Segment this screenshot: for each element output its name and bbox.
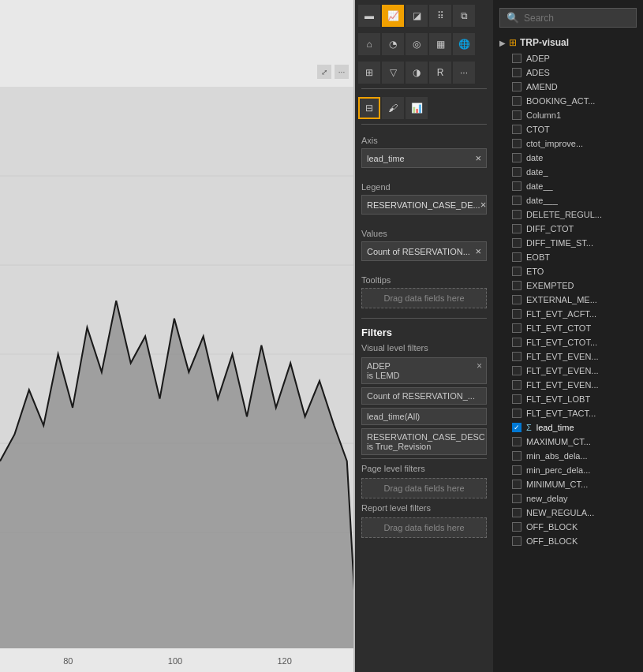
field-checkbox[interactable]	[512, 267, 522, 276]
scatter-icon[interactable]: ⠿	[429, 5, 451, 27]
field-checkbox[interactable]	[512, 437, 522, 446]
values-field-box[interactable]: Count of RESERVATION... ×	[361, 241, 487, 261]
field-checkbox[interactable]	[512, 451, 522, 461]
field-checkbox[interactable]	[512, 494, 522, 503]
field-checkbox[interactable]	[512, 522, 522, 532]
field-item[interactable]: date__	[493, 179, 643, 193]
field-checkbox[interactable]	[512, 196, 522, 205]
fields-group-header[interactable]: ▶ ⊞ TRP-visual	[493, 34, 643, 51]
field-item[interactable]: AMEND	[493, 80, 643, 94]
field-item[interactable]: FLT_EVT_ACFT...	[493, 307, 643, 321]
field-checkbox[interactable]	[512, 96, 522, 106]
field-checkbox[interactable]	[512, 167, 522, 177]
field-checkbox[interactable]	[512, 54, 522, 63]
field-item[interactable]: OFF_BLOCK	[493, 520, 643, 534]
filter-reservation-count[interactable]: Count of RESERVATION_...	[361, 387, 487, 405]
field-item[interactable]: ctot_improve...	[493, 136, 643, 151]
report-drag-area[interactable]: Drag data fields here	[361, 517, 487, 538]
field-item[interactable]: FLT_EVT_EVEN...	[493, 378, 643, 392]
field-checkbox[interactable]	[512, 409, 522, 418]
field-checkbox[interactable]	[512, 394, 522, 404]
field-checkbox[interactable]	[512, 380, 522, 390]
page-drag-area[interactable]: Drag data fields here	[361, 478, 487, 498]
pie-icon[interactable]: ◔	[382, 33, 404, 55]
field-checkbox[interactable]	[512, 323, 522, 333]
filter-icon[interactable]: ▽	[382, 62, 404, 84]
field-checkbox[interactable]	[512, 153, 522, 162]
field-checkbox[interactable]	[512, 210, 522, 219]
field-item[interactable]: FLT_EVT_EVEN...	[493, 349, 643, 364]
field-checkbox[interactable]	[512, 423, 522, 432]
field-item[interactable]: min_abs_dela...	[493, 449, 643, 463]
field-item[interactable]: MAXIMUM_CT...	[493, 435, 643, 449]
field-item[interactable]: CTOT	[493, 122, 643, 136]
field-checkbox[interactable]	[512, 536, 522, 546]
field-item[interactable]: NEW_REGULA...	[493, 506, 643, 520]
field-checkbox[interactable]	[512, 252, 522, 262]
field-item[interactable]: new_delay	[493, 491, 643, 506]
legend-field-box[interactable]: RESERVATION_CASE_DE... ×	[361, 195, 487, 215]
field-item[interactable]: EXEMPTED	[493, 278, 643, 293]
tooltips-drag-area[interactable]: Drag data fields here	[361, 288, 487, 308]
gauge-icon[interactable]: ◑	[406, 62, 428, 84]
field-item[interactable]: ETO	[493, 264, 643, 278]
map-icon[interactable]: 🌐	[453, 33, 475, 55]
field-checkbox[interactable]	[512, 281, 522, 290]
field-checkbox[interactable]	[512, 82, 522, 91]
fields-search-box[interactable]: 🔍	[499, 8, 637, 28]
filter-card-reservation-case[interactable]: RESERVATION_CASE_DESC is True_Revision	[361, 428, 487, 455]
fields-tab-icon[interactable]: ⊟	[358, 97, 380, 119]
field-item[interactable]: FLT_EVT_CTOT	[493, 321, 643, 335]
combo-chart-icon[interactable]: ⧉	[453, 5, 475, 27]
field-checkbox[interactable]	[512, 366, 522, 375]
field-item[interactable]: ADEP	[493, 51, 643, 65]
field-checkbox[interactable]	[512, 352, 522, 361]
field-checkbox[interactable]	[512, 338, 522, 347]
bar-chart-icon[interactable]: ▬	[358, 5, 380, 27]
search-input[interactable]	[524, 13, 630, 24]
field-item[interactable]: EOBT	[493, 250, 643, 264]
field-item[interactable]: DIFF_TIME_ST...	[493, 236, 643, 250]
field-checkbox[interactable]	[512, 125, 522, 134]
field-checkbox[interactable]	[512, 110, 522, 120]
area-chart-icon[interactable]: ◪	[406, 5, 428, 27]
field-checkbox[interactable]	[512, 465, 522, 475]
field-item[interactable]: date	[493, 151, 643, 165]
filter-lead-time[interactable]: lead_time(All)	[361, 408, 487, 425]
values-field-remove[interactable]: ×	[475, 245, 481, 257]
field-item[interactable]: MINIMUM_CT...	[493, 477, 643, 491]
more-options-icon[interactable]: ···	[335, 65, 349, 79]
field-checkbox[interactable]	[512, 480, 522, 489]
field-item[interactable]: date_	[493, 165, 643, 179]
more-visuals-icon[interactable]: ···	[453, 62, 475, 84]
field-item[interactable]: Column1	[493, 108, 643, 122]
donut-icon[interactable]: ◎	[406, 33, 428, 55]
analytics-tab-icon[interactable]: 📊	[406, 97, 428, 119]
field-checkbox[interactable]	[512, 68, 522, 77]
field-item[interactable]: DELETE_REGUL...	[493, 207, 643, 222]
axis-field-box[interactable]: lead_time ×	[361, 148, 487, 168]
table-icon[interactable]: ⊞	[358, 62, 380, 84]
field-checkbox[interactable]	[512, 238, 522, 248]
legend-field-remove[interactable]: ×	[480, 199, 487, 211]
field-checkbox[interactable]	[512, 181, 522, 191]
field-item[interactable]: EXTERNAL_ME...	[493, 293, 643, 307]
treemap-icon[interactable]: ▦	[429, 33, 451, 55]
field-item[interactable]: DIFF_CTOT	[493, 222, 643, 236]
axis-field-remove[interactable]: ×	[475, 152, 481, 164]
field-item[interactable]: ADES	[493, 65, 643, 80]
field-item[interactable]: min_perc_dela...	[493, 463, 643, 477]
custom-icon[interactable]: R	[429, 62, 451, 84]
field-checkbox[interactable]	[512, 139, 522, 148]
field-checkbox[interactable]	[512, 295, 522, 304]
field-item[interactable]: OFF_BLOCK	[493, 534, 643, 548]
field-item[interactable]: FLT_EVT_TACT...	[493, 406, 643, 420]
field-item[interactable]: FLT_EVT_LOBT	[493, 392, 643, 406]
filter-card-adep[interactable]: ADEP is LEMD ×	[361, 357, 487, 384]
line-chart-icon[interactable]: 📈	[382, 5, 404, 27]
funnel-icon[interactable]: ⌂	[358, 33, 380, 55]
field-item[interactable]: FLT_EVT_CTOT...	[493, 335, 643, 349]
field-item[interactable]: Σlead_time	[493, 420, 643, 435]
format-tab-icon[interactable]: 🖌	[382, 97, 404, 119]
field-item[interactable]: BOOKING_ACT...	[493, 94, 643, 108]
